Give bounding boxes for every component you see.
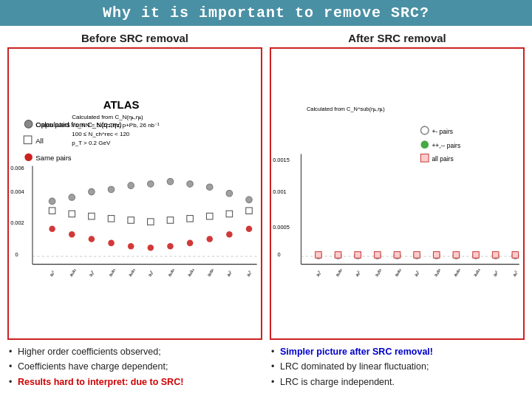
svg-point-50 <box>206 236 213 242</box>
svg-rect-64 <box>271 91 523 296</box>
svg-point-11 <box>24 153 33 161</box>
svg-point-45 <box>108 240 115 247</box>
svg-text:Calculated from C_N^sub(η₁,η₂): Calculated from C_N^sub(η₁,η₂) <box>307 106 385 112</box>
right-plot-area: 0.0015 0.001 0.0005 0 +- pairs ++,-- pai… <box>270 47 525 340</box>
right-bullet-2: LRC dominated by linear fluctuation; <box>270 361 525 374</box>
svg-point-46 <box>128 243 134 250</box>
svg-text:0.0005: 0.0005 <box>273 224 290 231</box>
svg-point-22 <box>89 188 95 195</box>
left-bullet-list: Higher order coefficients observed; Coef… <box>7 346 262 392</box>
svg-rect-109 <box>473 252 480 259</box>
left-bullet-3: Results hard to interpret: due to SRC! <box>7 376 262 389</box>
svg-point-26 <box>167 179 174 185</box>
svg-point-42 <box>49 225 55 232</box>
svg-point-43 <box>69 231 75 238</box>
svg-rect-105 <box>394 252 400 259</box>
svg-rect-102 <box>335 252 341 259</box>
svg-rect-103 <box>355 252 361 259</box>
svg-point-28 <box>206 184 213 191</box>
svg-point-27 <box>187 181 194 188</box>
svg-point-25 <box>148 181 154 188</box>
svg-text:Same pairs: Same pairs <box>35 154 72 162</box>
left-bullet-2: Coefficients have charge dependent; <box>7 361 262 374</box>
svg-text:0.001: 0.001 <box>273 188 287 195</box>
svg-text:0: 0 <box>16 251 18 258</box>
svg-point-2 <box>24 120 33 129</box>
svg-text:++,-- pairs: ++,-- pairs <box>432 142 460 149</box>
svg-rect-107 <box>434 252 440 259</box>
svg-text:p_T > 0.2 GeV: p_T > 0.2 GeV <box>72 140 111 146</box>
svg-point-51 <box>226 231 233 238</box>
svg-rect-106 <box>414 252 420 259</box>
svg-text:0.006: 0.006 <box>10 165 24 171</box>
left-panel: Before SRC removal ATLAS Oppo pairs Calc… <box>7 32 262 391</box>
svg-text:Calculated from C_N(η₁,η₂): Calculated from C_N(η₁,η₂) <box>72 114 143 120</box>
svg-rect-76 <box>420 154 429 162</box>
right-panel: After SRC removal 0.0015 0.001 0.0005 0 … <box>270 32 525 391</box>
svg-point-23 <box>108 186 115 193</box>
svg-text:all pairs: all pairs <box>432 155 453 163</box>
svg-point-74 <box>420 140 429 149</box>
svg-point-24 <box>128 183 134 189</box>
svg-point-21 <box>69 194 75 201</box>
right-bullet-3: LRC is charge independent. <box>270 376 525 389</box>
left-plot-area: ATLAS Oppo pairs Calculated from C_N(η₁,… <box>7 47 262 340</box>
svg-rect-111 <box>512 252 519 259</box>
svg-point-20 <box>49 198 55 205</box>
svg-point-49 <box>187 240 194 247</box>
svg-text:+- pairs: +- pairs <box>432 128 453 135</box>
svg-point-29 <box>226 190 233 197</box>
left-panel-title: Before SRC removal <box>81 32 188 44</box>
svg-text:0: 0 <box>278 251 281 258</box>
right-panel-title: After SRC removal <box>348 32 446 44</box>
svg-text:0.0015: 0.0015 <box>273 157 290 163</box>
svg-text:All: All <box>35 137 44 145</box>
svg-text:0.004: 0.004 <box>10 188 24 195</box>
svg-rect-104 <box>375 252 381 259</box>
svg-point-52 <box>246 225 253 232</box>
svg-rect-101 <box>316 252 322 259</box>
right-bullet-1: Simpler picture after SRC removal! <box>270 346 525 359</box>
page-title: Why it is important to remove SRC? <box>0 0 532 26</box>
svg-rect-110 <box>492 252 499 259</box>
svg-point-48 <box>167 243 174 250</box>
svg-text:√s_NN = 5.02 TeV, p+Pb, 26 nb⁻: √s_NN = 5.02 TeV, p+Pb, 26 nb⁻¹ <box>72 122 160 129</box>
svg-text:0.002: 0.002 <box>10 219 24 226</box>
svg-point-30 <box>246 197 253 203</box>
right-bullet-list: Simpler picture after SRC removal! LRC d… <box>270 346 525 392</box>
svg-point-44 <box>89 236 95 242</box>
left-bullet-1: Higher order coefficients observed; <box>7 346 262 359</box>
svg-text:ATLAS: ATLAS <box>103 99 140 111</box>
svg-point-47 <box>148 245 154 251</box>
svg-text:100 ≤ N_ch^rec < 120: 100 ≤ N_ch^rec < 120 <box>72 131 130 137</box>
svg-rect-108 <box>453 252 460 259</box>
